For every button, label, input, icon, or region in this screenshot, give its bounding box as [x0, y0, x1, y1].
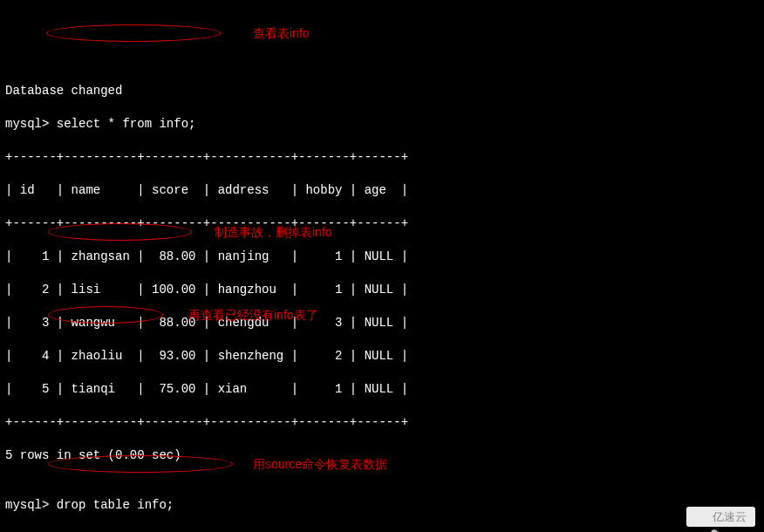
output-db-changed: Database changed [5, 83, 759, 99]
watermark-badge: 亿速云 [686, 507, 755, 527]
prompt-line-drop[interactable]: mysql> drop table info; [5, 497, 759, 514]
watermark-text: 亿速云 [713, 508, 747, 525]
table-row: | 1 | zhangsan | 88.00 | nanjing | 1 | N… [5, 249, 759, 265]
highlight-circle-select [46, 24, 221, 42]
annotation-show: 再查看已经没有info表了 [188, 307, 318, 324]
cmd-select-info: select * from info; [57, 117, 196, 131]
prompt-line-select[interactable]: mysql> select * from info; [5, 116, 759, 133]
table-row: | 4 | zhaoliu | 93.00 | shenzheng | 2 | … [5, 348, 759, 365]
mysql-prompt: mysql> [5, 117, 57, 131]
annotation-drop: 制造事故，删掉表info [215, 224, 332, 241]
table-row: | 3 | wangwu | 88.00 | chengdu | 3 | NUL… [5, 315, 759, 331]
table-border-top: +------+----------+--------+-----------+… [5, 149, 759, 166]
table-header-row: | id | name | score | address | hobby | … [5, 182, 759, 199]
table-border-bot: +------+----------+--------+-----------+… [5, 414, 759, 431]
table-border-mid: +------+----------+--------+-----------+… [5, 215, 759, 232]
table-row: | 2 | lisi | 100.00 | hangzhou | 1 | NUL… [5, 282, 759, 298]
cmd-drop-table: drop table info; [57, 498, 174, 512]
annotation-source: 用source命令恢复表数据 [253, 456, 387, 473]
cloud-icon [695, 510, 709, 524]
mysql-prompt: mysql> [5, 498, 57, 512]
table-row: | 5 | tianqi | 75.00 | xian | 1 | NULL | [5, 381, 759, 398]
annotation-select: 查看表info [253, 25, 310, 42]
